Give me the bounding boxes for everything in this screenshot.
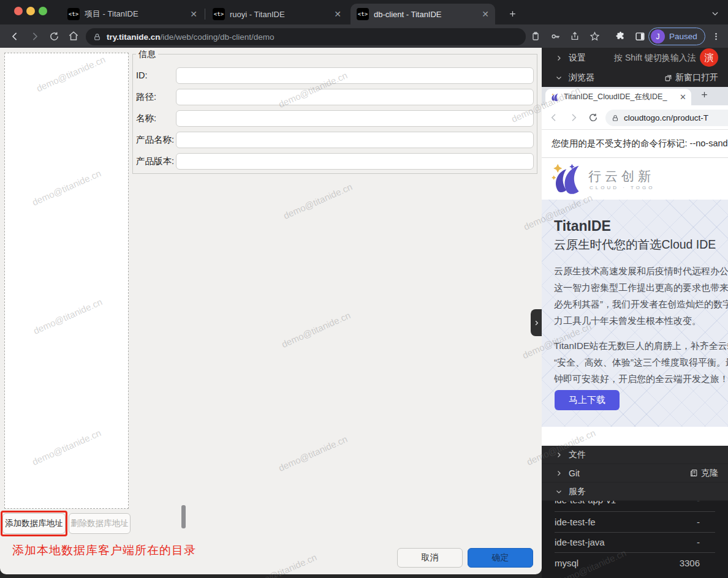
mini-tab-close-icon[interactable]: ✕ [680, 92, 686, 102]
tab-db-client[interactable]: <t> db-client - TitanIDE ✕ [351, 4, 495, 24]
cloudtogo-favicon [550, 92, 559, 102]
name-field[interactable] [176, 110, 534, 127]
field-label-id: ID: [136, 67, 148, 84]
mini-browser-tabstrip: TitanIDE_CloudIDE_在线IDE_ ✕ [542, 87, 728, 105]
panel-scrollbar[interactable] [181, 505, 186, 528]
ide-side-panel: 设置 按 Shift 键切换输入法 浏览器 新窗口打开 TitanIDE_Clo… [542, 48, 728, 578]
macos-minimize-button[interactable] [26, 7, 35, 15]
service-port: - [697, 517, 715, 527]
lock-icon [612, 114, 619, 122]
macos-zoom-button[interactable] [39, 7, 47, 15]
git-clone-button[interactable]: 克隆 [690, 468, 718, 479]
panel-expand-handle[interactable] [531, 309, 542, 336]
service-row[interactable]: mysql 3306 [555, 558, 715, 568]
browser-label: 浏览器 [569, 72, 594, 83]
chevron-right-icon [555, 54, 563, 62]
chevron-right-icon [555, 470, 563, 477]
service-row[interactable]: ide-test-java - [555, 537, 715, 547]
forward-icon [569, 113, 578, 122]
tab-ruoyi[interactable]: <t> ruoyi - TitanIDE ✕ [207, 4, 347, 24]
section-git[interactable]: Git 克隆 [542, 464, 728, 482]
cloudtogo-logo-subtitle: CLOUD · TOGO [590, 185, 654, 190]
product-name-field[interactable] [176, 132, 534, 148]
back-button[interactable] [5, 26, 25, 46]
clipboard-button[interactable] [526, 26, 545, 46]
page-bottom-strip [542, 427, 728, 446]
open-new-window-button[interactable]: 新窗口打开 [664, 72, 718, 83]
cloudtogo-logo-icon [550, 163, 585, 195]
service-row[interactable]: ide-test-fe - [555, 517, 715, 527]
password-key-button[interactable] [545, 26, 565, 46]
tab-title: 项目 - TitanIDE [85, 9, 185, 20]
tab-separator [205, 9, 205, 20]
chevron-down-icon [555, 74, 563, 81]
id-field[interactable] [176, 67, 534, 84]
home-button[interactable] [64, 26, 83, 46]
browser-toolbar: try.titanide.cn/ide/web/coding/db-client… [0, 24, 728, 48]
download-now-button[interactable]: 马上下载 [555, 390, 620, 410]
profile-paused-button[interactable]: J Paused [648, 28, 705, 45]
mini-address-bar[interactable]: cloudtogo.cn/product-T [605, 110, 728, 126]
mini-back-button[interactable] [549, 113, 559, 122]
git-label: Git [569, 468, 580, 478]
tab-close-icon[interactable]: ✕ [334, 9, 341, 19]
mini-forward-button[interactable] [569, 113, 578, 122]
hero-paragraph-line: 必先利其器”，我们开发者在创造灿烂的数字化 [554, 299, 728, 310]
titanide-favicon: <t> [213, 8, 225, 20]
tab-search-button[interactable] [708, 6, 722, 21]
bookmark-button[interactable] [585, 26, 604, 46]
warning-text: 您使用的是不受支持的命令行标记: --no-sand [552, 138, 728, 149]
reload-button[interactable] [44, 26, 64, 46]
paused-label: Paused [669, 32, 697, 41]
service-name: ide-test-app-v1 [555, 501, 616, 505]
hero-subtitle: 云原生时代您的首选Cloud IDE [554, 236, 716, 253]
service-name: ide-test-java [555, 537, 605, 547]
address-bar[interactable]: try.titanide.cn/ide/web/coding/db-client… [86, 28, 526, 45]
mini-new-tab-button[interactable] [700, 90, 709, 99]
reload-icon [49, 31, 59, 42]
browser-menu-button[interactable] [706, 26, 726, 46]
forward-button[interactable] [25, 26, 44, 46]
cancel-button[interactable]: 取消 [397, 548, 463, 568]
share-button[interactable] [565, 26, 585, 46]
side-panel-button[interactable] [630, 26, 650, 46]
chevron-down-icon [555, 488, 563, 495]
annotation-note: 添加本地数据库客户端所在的目录 [12, 542, 196, 558]
chevron-down-icon [711, 9, 719, 18]
section-services[interactable]: 服务 [542, 482, 728, 501]
avatar: J [651, 29, 665, 43]
dialog-surface: 信息 ID: 路径: 名称: 产品名称: 产品版本: 添加数据库地址 删除数据库… [0, 48, 542, 574]
service-row[interactable]: ide-test-app-v1 - [555, 501, 715, 505]
demo-mode-badge: 演 [700, 48, 718, 67]
hero-paragraph-line: 力工具几十年未曾发生根本性改变。 [554, 315, 728, 327]
field-label-product-version: 产品版本: [136, 153, 174, 170]
extensions-button[interactable] [610, 26, 630, 46]
tab-close-icon[interactable]: ✕ [190, 9, 197, 19]
star-icon [590, 31, 600, 42]
path-field[interactable] [176, 89, 534, 105]
service-name: mysql [555, 558, 578, 568]
tab-close-icon[interactable]: ✕ [482, 9, 489, 19]
back-icon [10, 31, 20, 42]
hero-paragraph-line: 云原生技术高速发展和后疫情时代远程办公等新 [554, 266, 728, 277]
hero-title: TitanIDE [554, 218, 611, 235]
macos-close-button[interactable] [14, 7, 23, 15]
field-label-path: 路径: [136, 89, 156, 105]
titanide-favicon: <t> [67, 8, 80, 20]
mini-reload-button[interactable] [588, 113, 598, 122]
section-browser[interactable]: 浏览器 新窗口打开 [542, 69, 728, 87]
mini-browser-tab[interactable]: TitanIDE_CloudIDE_在线IDE_ ✕ [545, 89, 691, 105]
confirm-button[interactable]: 确定 [468, 548, 533, 568]
database-path-list[interactable] [4, 53, 129, 509]
section-files[interactable]: 文件 [542, 446, 728, 464]
cloudtogo-logo-section: 行云创新 CLOUD · TOGO [542, 158, 728, 200]
field-label-name: 名称: [136, 110, 156, 127]
chevron-right-icon [555, 451, 563, 459]
service-list: ide-test-app-v1 - ide-test-fe - ide-test… [542, 501, 728, 578]
tab-project[interactable]: <t> 项目 - TitanIDE ✕ [61, 4, 203, 24]
files-label: 文件 [569, 449, 586, 460]
add-database-path-button[interactable]: 添加数据库地址 [2, 513, 66, 534]
product-version-field[interactable] [176, 153, 534, 170]
new-tab-button[interactable] [504, 5, 521, 22]
delete-database-path-button[interactable]: 删除数据库地址 [69, 513, 131, 534]
